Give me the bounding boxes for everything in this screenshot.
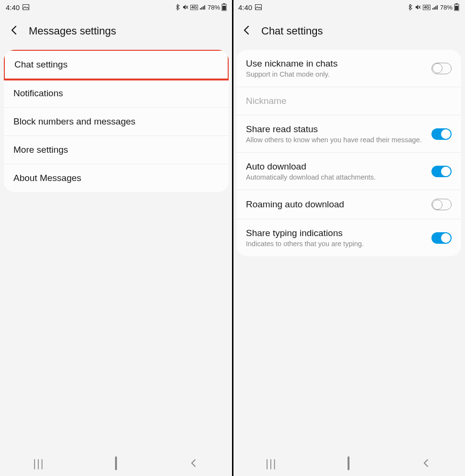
- svg-rect-6: [204, 5, 205, 10]
- mute-icon: [182, 4, 189, 10]
- svg-rect-19: [455, 6, 458, 10]
- row-sublabel: Allow others to know when you have read …: [246, 136, 431, 144]
- row-label: More settings: [13, 145, 219, 155]
- signal-icon: [199, 4, 206, 10]
- nav-recents-button[interactable]: |||: [24, 457, 53, 470]
- svg-rect-9: [222, 6, 226, 10]
- row-nickname: Nickname: [236, 87, 461, 115]
- svg-rect-0: [23, 5, 29, 10]
- row-label: Chat settings: [14, 59, 218, 70]
- chat-settings-card: Use nickname in chats Support in Chat mo…: [236, 50, 461, 256]
- row-label: Share typing indications: [246, 228, 431, 238]
- back-icon[interactable]: [8, 23, 20, 39]
- screen-messages-settings: 4:40 4G 78% Messages settings: [0, 0, 232, 476]
- page-header: Chat settings: [232, 14, 465, 50]
- svg-rect-14: [434, 7, 435, 10]
- status-time: 4:40: [238, 3, 252, 11]
- row-label: About Messages: [13, 173, 219, 183]
- signal-icon: [432, 4, 439, 10]
- battery-percent: 78%: [208, 4, 220, 11]
- status-bar: 4:40 4G 78%: [232, 0, 465, 14]
- row-share-read-status[interactable]: Share read status Allow others to know w…: [236, 115, 461, 153]
- row-sublabel: Support in Chat mode only.: [246, 70, 431, 78]
- row-use-nickname[interactable]: Use nickname in chats Support in Chat mo…: [236, 50, 461, 87]
- screen-chat-settings: 4:40 4G 78% Chat settings: [232, 0, 465, 476]
- svg-rect-15: [435, 6, 436, 10]
- svg-rect-16: [437, 5, 438, 10]
- android-navbar: |||: [0, 451, 232, 476]
- row-chat-settings[interactable]: Chat settings: [4, 50, 229, 80]
- row-notifications[interactable]: Notifications: [4, 79, 229, 108]
- picture-icon: [255, 4, 262, 10]
- row-block-numbers[interactable]: Block numbers and messages: [4, 108, 229, 136]
- mute-icon: [415, 4, 421, 10]
- status-bar: 4:40 4G 78%: [0, 0, 232, 14]
- row-label: Auto download: [246, 161, 431, 172]
- row-label: Nickname: [246, 96, 452, 106]
- row-auto-download[interactable]: Auto download Automatically download cha…: [236, 153, 461, 190]
- row-more-settings[interactable]: More settings: [4, 136, 229, 164]
- battery-percent: 78%: [440, 4, 453, 11]
- nav-home-button[interactable]: [102, 457, 130, 470]
- toggle-roaming-auto-download[interactable]: [431, 199, 452, 210]
- row-roaming-auto-download[interactable]: Roaming auto download: [236, 190, 461, 219]
- nav-recents-button[interactable]: |||: [257, 457, 286, 470]
- svg-rect-13: [432, 8, 433, 10]
- row-sublabel: Automatically download chat attachments.: [246, 173, 431, 181]
- row-share-typing[interactable]: Share typing indications Indicates to ot…: [236, 219, 461, 256]
- android-navbar: |||: [232, 451, 465, 476]
- nav-home-button[interactable]: [334, 457, 363, 470]
- page-title: Chat settings: [261, 25, 323, 37]
- toggle-use-nickname[interactable]: [431, 63, 452, 74]
- svg-rect-4: [201, 7, 202, 10]
- row-label: Use nickname in chats: [246, 58, 431, 69]
- back-icon[interactable]: [240, 23, 253, 39]
- toggle-auto-download[interactable]: [431, 166, 452, 177]
- status-time: 4:40: [6, 3, 20, 11]
- toggle-share-typing[interactable]: [431, 232, 452, 244]
- svg-rect-3: [200, 8, 201, 10]
- settings-card: Chat settings Notifications Block number…: [4, 50, 229, 192]
- battery-icon: [221, 3, 227, 11]
- nav-back-button[interactable]: [412, 456, 441, 471]
- network-4g-icon: 4G: [190, 5, 198, 10]
- nav-back-button[interactable]: [179, 456, 208, 471]
- row-label: Block numbers and messages: [13, 116, 219, 127]
- bluetooth-icon: [176, 4, 181, 11]
- row-label: Share read status: [246, 124, 431, 135]
- row-label: Roaming auto download: [246, 199, 431, 210]
- page-title: Messages settings: [29, 25, 116, 37]
- page-header: Messages settings: [0, 14, 232, 50]
- row-sublabel: Indicates to others that you are typing.: [246, 240, 431, 248]
- network-4g-icon: 4G: [423, 5, 430, 10]
- row-about-messages[interactable]: About Messages: [4, 164, 229, 192]
- row-label: Notifications: [13, 88, 219, 99]
- battery-icon: [454, 3, 459, 11]
- picture-icon: [23, 4, 29, 10]
- bluetooth-icon: [408, 4, 413, 11]
- toggle-share-read-status[interactable]: [431, 128, 452, 140]
- screenshot-divider: [232, 0, 233, 476]
- svg-rect-5: [203, 6, 204, 10]
- svg-rect-10: [256, 5, 262, 10]
